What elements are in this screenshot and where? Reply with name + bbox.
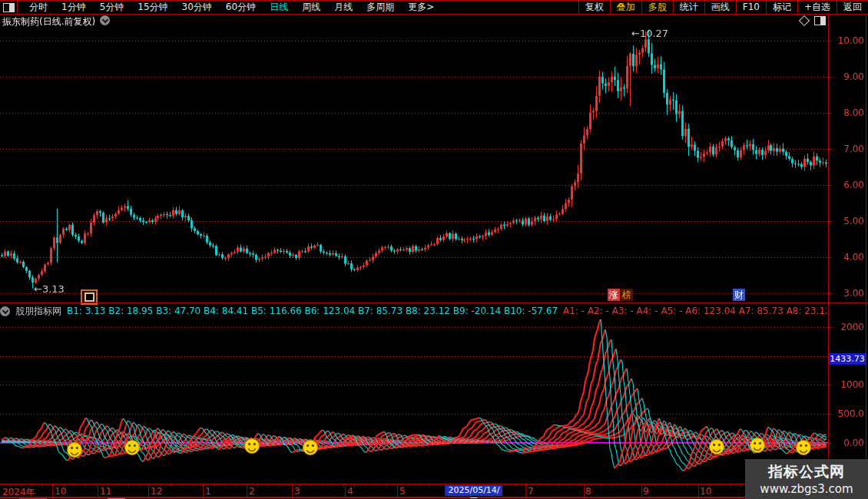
tool-画线[interactable]: 画线 bbox=[704, 1, 736, 14]
bottom-border bbox=[0, 497, 868, 498]
price-tick-label: 6.00 bbox=[832, 180, 864, 190]
month-label: 8 bbox=[585, 486, 591, 497]
tool-叠加[interactable]: 叠加 bbox=[610, 1, 641, 14]
timeframe-周线[interactable]: 周线 bbox=[295, 1, 327, 14]
chevron-down-icon[interactable] bbox=[0, 306, 10, 316]
month-label: 11 bbox=[100, 486, 111, 497]
tool-返回[interactable]: 返回 bbox=[837, 1, 868, 14]
tool-标记[interactable]: 标记 bbox=[766, 1, 797, 14]
month-label: 5 bbox=[399, 486, 406, 497]
timeframe-更多>[interactable]: 更多> bbox=[401, 1, 441, 14]
candlestick-chart[interactable] bbox=[0, 26, 828, 301]
chevron-down-icon[interactable] bbox=[100, 15, 110, 25]
price-tick-label: 5.00 bbox=[832, 216, 864, 226]
timeframe-15分钟[interactable]: 15分钟 bbox=[131, 1, 174, 14]
low-price-annotation: ←3.13 bbox=[34, 283, 65, 295]
layout-toggle-button[interactable] bbox=[0, 1, 18, 14]
month-label: 9 bbox=[643, 486, 649, 497]
event-marker-badge[interactable]: 涨 bbox=[608, 289, 620, 301]
stock-app-window: 分时1分钟5分钟15分钟30分钟60分钟日线周线月线多周期更多> 复权叠加多股统… bbox=[0, 0, 868, 499]
indicator-tick-label: 1000 bbox=[832, 379, 864, 390]
tool-+自选[interactable]: +自选 bbox=[797, 1, 837, 14]
tool-复权[interactable]: 复权 bbox=[578, 1, 610, 14]
timeframe-多周期[interactable]: 多周期 bbox=[359, 1, 401, 14]
timeframe-分时[interactable]: 分时 bbox=[22, 1, 55, 14]
tools-menu: 复权叠加多股统计画线F10标记+自选返回 bbox=[578, 1, 868, 14]
month-label: 12 bbox=[151, 486, 162, 497]
price-tick-label: 4.00 bbox=[832, 252, 864, 263]
price-tick-label: 10.00 bbox=[832, 35, 864, 46]
timeframe-月线[interactable]: 月线 bbox=[327, 1, 359, 14]
price-tick-label: 7.00 bbox=[832, 144, 864, 154]
timeframe-日线[interactable]: 日线 bbox=[263, 1, 295, 14]
crosshair-date-badge: 2025/05/14/三 bbox=[446, 485, 502, 496]
indicator-name[interactable]: 股朋指标网 bbox=[15, 305, 61, 318]
tool-统计[interactable]: 统计 bbox=[673, 1, 704, 14]
panel-layout-icon[interactable] bbox=[814, 16, 826, 28]
event-marker-badge[interactable]: 财 bbox=[733, 289, 745, 301]
indicator-chart[interactable] bbox=[0, 319, 828, 484]
panel-divider bbox=[0, 302, 868, 303]
indicator-a-values: A1: - A2: - A3: - A4: - A5: - A6: 123.04… bbox=[563, 306, 827, 316]
tool-F10[interactable]: F10 bbox=[736, 1, 766, 14]
current-value-badge: 1433.73 bbox=[829, 353, 866, 365]
price-tick-label: 8.00 bbox=[832, 107, 864, 118]
page-title: 振东制药(日线.前复权) bbox=[2, 15, 95, 28]
timeframe-60分钟[interactable]: 60分钟 bbox=[219, 1, 263, 14]
month-label: 10 bbox=[55, 486, 66, 497]
indicator-tick-label: 500.0 bbox=[832, 408, 864, 419]
month-label: 7 bbox=[528, 486, 534, 497]
watermark-title: 指标公式网 bbox=[768, 462, 845, 482]
month-label: 2 bbox=[249, 486, 255, 497]
indicator-tick-label: 2000 bbox=[832, 322, 864, 332]
indicator-tick-label: 0.00 bbox=[832, 438, 864, 448]
month-label: 3 bbox=[294, 486, 300, 497]
price-tick-label: 3.00 bbox=[832, 288, 864, 299]
timeframe-menu: 分时1分钟5分钟15分钟30分钟60分钟日线周线月线多周期更多> bbox=[18, 1, 578, 14]
year-label: 2024年 bbox=[2, 486, 35, 499]
title-bar: 振东制药(日线.前复权) bbox=[0, 15, 828, 26]
timeframe-5分钟[interactable]: 5分钟 bbox=[93, 1, 131, 14]
axis-border bbox=[828, 15, 829, 497]
diamond-icon[interactable] bbox=[799, 15, 810, 26]
month-label: 4 bbox=[347, 486, 353, 497]
tool-多股[interactable]: 多股 bbox=[641, 1, 673, 14]
watermark: 指标公式网 www.zbgs3.com bbox=[745, 459, 868, 499]
timeframe-30分钟[interactable]: 30分钟 bbox=[175, 1, 219, 14]
indicator-header: 股朋指标网 B1: 3.13 B2: 18.95 B3: 47.70 B4: 8… bbox=[0, 304, 827, 318]
window-split-icon bbox=[3, 3, 15, 12]
event-marker-badge[interactable]: 榜 bbox=[621, 289, 633, 301]
month-label: 10 bbox=[700, 486, 711, 497]
high-price-annotation: ←10.27 bbox=[631, 28, 668, 39]
right-border bbox=[866, 15, 866, 497]
date-axis[interactable]: 2024年 1011121234578910 2025/05/14/三 bbox=[0, 484, 828, 497]
month-label: 1 bbox=[205, 486, 211, 497]
indicator-b-values: B1: 3.13 B2: 18.95 B3: 47.70 B4: 84.41 B… bbox=[67, 306, 558, 316]
watermark-url: www.zbgs3.com bbox=[760, 482, 853, 496]
timeframe-1分钟[interactable]: 1分钟 bbox=[55, 1, 93, 14]
top-toolbar: 分时1分钟5分钟15分钟30分钟60分钟日线周线月线多周期更多> 复权叠加多股统… bbox=[0, 0, 868, 15]
price-tick-label: 9.00 bbox=[832, 71, 864, 82]
